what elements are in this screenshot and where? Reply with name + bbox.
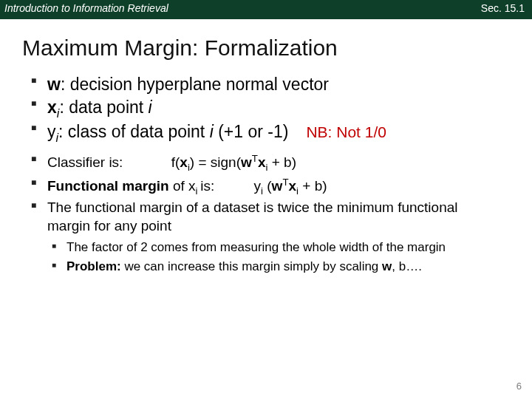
header-section-label: Sec. 15.1 [481,2,525,14]
problem-mid: we can increase this margin simply by sc… [121,259,382,273]
formula-w: w [241,154,252,170]
functional-margin-formula: yi (wTxi + b) [254,176,327,197]
bullet-yi-tail: (+1 or -1) [214,122,289,141]
bullet-yi-mid: : class of data point [58,122,210,141]
bullet-xi-text: : data point [59,98,148,117]
symbol-y: y [47,122,56,141]
fm-open: ( [263,178,272,194]
problem-label: Problem: [66,259,121,273]
page-number: 6 [516,381,522,392]
slide-title: Maximum Margin: Formalization [22,35,510,61]
header-left-text: Introduction to Information Retrieval [4,2,168,14]
fm-w: w [272,178,283,194]
problem-tail: , b…. [392,259,422,273]
bullet-xi: xi: data point i [31,97,501,120]
main-bullet-list: w: decision hyperplane normal vector xi:… [31,74,501,145]
sub-bullet-list: The factor of 2 comes from measuring the… [52,239,501,274]
symbol-w: w [47,75,61,94]
symbol-x: x [47,98,57,117]
formula-T-sup: T [252,153,258,164]
classifier-label: Classifier is: [47,154,123,170]
formula-x2: x [258,154,266,170]
bullet-classifier: Classifier is: f(xi) = sign(wTxi + b) [31,152,501,174]
sub-bullet-problem: Problem: we can increase this margin sim… [52,259,501,274]
problem-w: w [382,259,392,273]
fm-y: y [254,178,262,194]
nb-note: NB: Not 1/0 [306,123,386,140]
formula-mid: ) = sign( [190,154,241,170]
formula-f: f( [171,154,180,170]
var-i: i [149,98,152,117]
formula-tail: + b) [267,154,296,170]
bullet-functional-margin: Functional margin of xi is: yi (wTxi + b… [31,176,501,197]
fm-is: is: [200,178,214,194]
sub-bullet-factor2: The factor of 2 comes from measuring the… [52,239,501,255]
fm-tail: + b) [299,178,327,194]
bullet-yi: yi: class of data point i (+1 or -1)NB: … [31,121,501,145]
of-text: of [169,178,188,194]
classifier-formula: f(xi) = sign(wTxi + b) [171,152,296,174]
bullet-w-text: : decision hyperplane normal vector [61,75,329,94]
fm-x: x [188,178,196,194]
secondary-bullet-list: Classifier is: f(xi) = sign(wTxi + b) Fu… [31,152,501,235]
fm-x2: x [289,178,297,194]
formula-x: x [180,154,188,170]
bullet-dataset-margin: The functional margin of a dataset is tw… [31,199,501,235]
slide-header: Introduction to Information Retrieval Se… [0,0,532,19]
fm-T: T [282,177,288,188]
bullet-w-vector: w: decision hyperplane normal vector [31,74,501,95]
functional-margin-label: Functional margin [47,178,169,194]
